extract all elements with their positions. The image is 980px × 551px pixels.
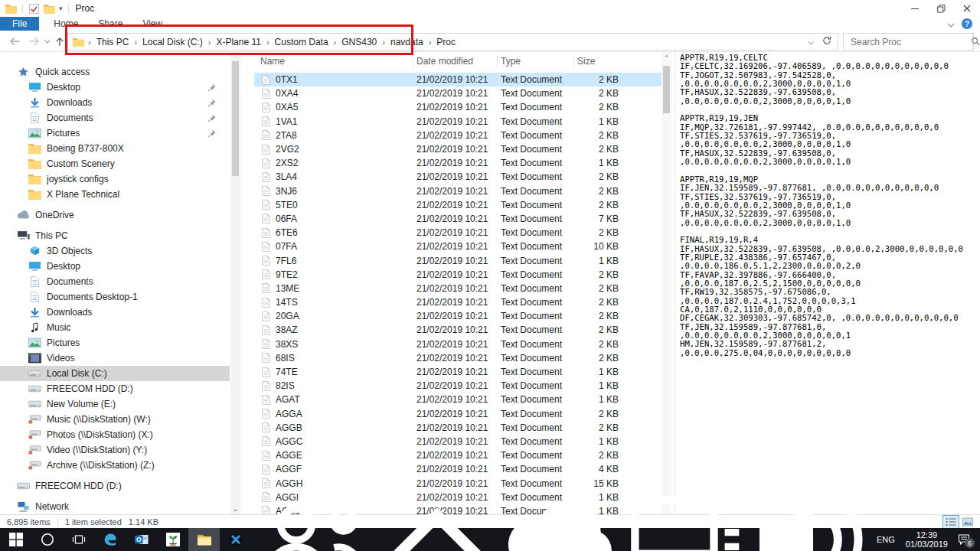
file-row-74te[interactable]: 74TE21/02/2019 10:21Text Document1 KB xyxy=(254,365,665,379)
sidebar-item-photos-diskstation-x[interactable]: Photos (\\DiskStation) (X:) xyxy=(0,427,230,442)
search-icon[interactable] xyxy=(971,35,980,49)
language-indicator[interactable]: ENG xyxy=(871,535,900,544)
file-row-20ga[interactable]: 20GA21/02/2019 10:21Text Document2 KB xyxy=(254,309,665,323)
address-dropdown-chevron-icon[interactable] xyxy=(808,37,815,47)
sidebar-item-custom-scenery[interactable]: Custom Scenery xyxy=(0,156,230,171)
sidebar-item-freecom-hdd-d[interactable]: FREECOM HDD (D:) xyxy=(0,478,230,494)
taskbar-plant-app-button[interactable] xyxy=(157,528,188,551)
file-row-13me[interactable]: 13ME21/02/2019 10:21Text Document2 KB xyxy=(254,282,665,295)
recent-locations-chevron-icon[interactable] xyxy=(42,31,53,52)
details-view-button[interactable] xyxy=(943,516,959,528)
tab-file[interactable]: File xyxy=(0,17,39,31)
file-row-3la4[interactable]: 3LA421/02/2019 10:21Text Document2 KB xyxy=(254,170,665,184)
maximize-button[interactable] xyxy=(928,0,954,17)
sidebar-scrollbar-thumb[interactable] xyxy=(232,61,239,176)
file-row-06fa[interactable]: 06FA21/02/2019 10:21Text Document7 KB xyxy=(254,212,665,226)
breadcrumb-segment-proc[interactable]: Proc xyxy=(435,37,457,47)
taskbar-file-explorer-button[interactable] xyxy=(188,528,220,551)
sidebar-item-desktop[interactable]: Desktop xyxy=(0,259,230,274)
sidebar-item-music-diskstation-w[interactable]: Music (\\DiskStation) (W:) xyxy=(0,412,230,427)
taskbar-edge-button[interactable] xyxy=(94,528,126,551)
taskbar-cortana-button[interactable] xyxy=(31,528,63,551)
sidebar-item-joystick-configs[interactable]: joystick configs xyxy=(0,171,230,187)
file-row-6te6[interactable]: 6TE621/02/2019 10:21Text Document2 KB xyxy=(254,226,665,240)
file-row-7fl6[interactable]: 7FL621/02/2019 10:21Text Document1 KB xyxy=(254,253,665,267)
sidebar-scroll-down-icon[interactable]: ⌄ xyxy=(230,505,240,513)
search-box[interactable] xyxy=(843,33,974,51)
column-header-type[interactable]: Type xyxy=(498,55,574,68)
new-folder-icon[interactable] xyxy=(44,4,55,14)
sidebar-item-boeing-b737-800x[interactable]: Boeing B737-800X xyxy=(0,141,230,156)
sidebar-scrollbar[interactable]: ⌄ xyxy=(230,52,240,514)
sidebar-item-videos[interactable]: Videos xyxy=(0,350,230,366)
file-row-aggc[interactable]: AGGC21/02/2019 10:21Text Document1 KB xyxy=(254,435,665,448)
sidebar-item-this-pc[interactable]: This PC xyxy=(0,228,230,243)
tray-network-button[interactable] xyxy=(623,493,747,551)
file-row-aggf[interactable]: AGGF21/02/2019 10:21Text Document4 KB xyxy=(254,462,665,476)
file-row-3nj6[interactable]: 3NJ621/02/2019 10:21Text Document2 KB xyxy=(254,184,665,198)
sidebar-item-new-volume-e[interactable]: New Volume (E:) xyxy=(0,396,230,412)
tray-volume-button[interactable] xyxy=(747,494,871,551)
search-input[interactable] xyxy=(849,36,971,48)
breadcrumb-segment-gns430[interactable]: GNS430 xyxy=(340,37,378,47)
properties-check-icon[interactable] xyxy=(28,4,40,14)
breadcrumb-segment-this-pc[interactable]: This PC xyxy=(95,37,131,47)
sidebar-item-video-diskstation-y[interactable]: Video (\\DiskStation) (Y:) xyxy=(0,442,230,458)
filelist-scrollbar[interactable]: ⌃ ⌄ xyxy=(662,52,671,514)
file-row-0tx1[interactable]: 0TX121/02/2019 10:21Text Document2 KB xyxy=(254,73,665,86)
filelist-scrollbar-thumb[interactable] xyxy=(663,66,670,113)
qat-customize-chevron-icon[interactable]: ▾ xyxy=(59,5,63,12)
sidebar-item-x-plane-technical[interactable]: X Plane Technical xyxy=(0,187,230,202)
large-icons-view-button[interactable] xyxy=(960,516,975,528)
file-row-38az[interactable]: 38AZ21/02/2019 10:21Text Document2 KB xyxy=(254,323,665,337)
column-header-date-modified[interactable]: Date modified xyxy=(413,55,498,68)
file-row-aggh[interactable]: AGGH21/02/2019 10:21Text Document15 KB xyxy=(254,476,665,490)
sidebar-item-documents[interactable]: Documents xyxy=(0,110,230,126)
tab-share[interactable]: Share xyxy=(88,18,132,31)
sidebar-item-onedrive[interactable]: OneDrive xyxy=(0,207,230,223)
file-row-82is[interactable]: 82IS21/02/2019 10:21Text Document1 KB xyxy=(254,379,665,393)
taskbar-start-button[interactable] xyxy=(0,528,31,551)
file-row-aggb[interactable]: AGGB21/02/2019 10:21Text Document2 KB xyxy=(254,421,665,435)
breadcrumb-segment-local-disk-c[interactable]: Local Disk (C:) xyxy=(141,37,204,47)
tab-home[interactable]: Home xyxy=(44,18,88,31)
breadcrumb-segment-x-plane-11[interactable]: X-Plane 11 xyxy=(214,37,262,47)
file-row-agge[interactable]: AGGE21/02/2019 10:21Text Document2 KB xyxy=(254,448,665,462)
tray-hidden-icons-button[interactable] xyxy=(375,501,499,551)
refresh-icon[interactable] xyxy=(822,36,831,47)
file-row-2xs2[interactable]: 2XS221/02/2019 10:21Text Document1 KB xyxy=(254,156,665,170)
file-row-agat[interactable]: AGAT21/02/2019 10:21Text Document1 KB xyxy=(254,393,665,406)
sidebar-item-music[interactable]: Music xyxy=(0,320,230,335)
file-row-2vg2[interactable]: 2VG221/02/2019 10:21Text Document2 KB xyxy=(254,142,665,156)
forward-button[interactable] xyxy=(25,31,42,52)
file-row-9te2[interactable]: 9TE221/02/2019 10:21Text Document2 KB xyxy=(254,268,665,282)
file-row-2ta8[interactable]: 2TA821/02/2019 10:21Text Document2 KB xyxy=(254,129,665,142)
sidebar-item-pictures[interactable]: Pictures xyxy=(0,335,230,350)
file-row-07fa[interactable]: 07FA21/02/2019 10:21Text Document10 KB xyxy=(254,240,665,253)
sidebar-item-desktop[interactable]: Desktop xyxy=(0,80,230,95)
file-row-0xa5[interactable]: 0XA521/02/2019 10:21Text Document2 KB xyxy=(254,100,665,114)
sidebar-item-documents[interactable]: Documents xyxy=(0,274,230,289)
breadcrumb-segment-custom-data[interactable]: Custom Data xyxy=(273,37,330,47)
column-header-name[interactable]: Name xyxy=(254,55,413,68)
ribbon-expand-chevron-icon[interactable] xyxy=(947,17,955,31)
sidebar-item-freecom-hdd-d[interactable]: FREECOM HDD (D:) xyxy=(0,381,230,396)
sidebar-item-downloads[interactable]: Downloads xyxy=(0,305,230,320)
sidebar-item-documents-desktop-1[interactable]: Documents Desktop-1 xyxy=(0,289,230,305)
tray-people-button[interactable] xyxy=(251,499,375,551)
minimize-button[interactable] xyxy=(902,0,928,17)
tab-view[interactable]: View xyxy=(132,18,172,31)
column-header-size[interactable]: Size xyxy=(574,55,662,68)
taskbar-clock[interactable]: 12:39 01/03/2019 xyxy=(900,530,953,549)
scroll-up-icon[interactable]: ⌃ xyxy=(662,54,671,62)
file-row-agga[interactable]: AGGA21/02/2019 10:21Text Document2 KB xyxy=(254,407,665,421)
sidebar-item-pictures[interactable]: Pictures xyxy=(0,126,230,141)
file-row-14ts[interactable]: 14TS21/02/2019 10:21Text Document2 KB xyxy=(254,295,665,309)
sidebar-item-archive-diskstation-z[interactable]: Archive (\\DiskStation) (Z:) xyxy=(0,458,230,473)
action-center-button[interactable]: 6 xyxy=(953,534,978,545)
up-button[interactable] xyxy=(53,31,67,52)
taskbar-outlook-button[interactable]: O xyxy=(126,528,157,551)
taskbar-task-view-button[interactable] xyxy=(63,528,94,551)
file-row-38xs[interactable]: 38XS21/02/2019 10:21Text Document2 KB xyxy=(254,337,665,351)
sidebar-item-quick-access[interactable]: Quick access xyxy=(0,64,230,80)
